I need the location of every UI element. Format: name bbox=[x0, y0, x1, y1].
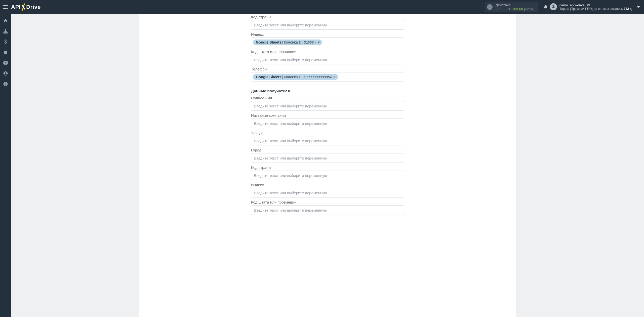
side-nav bbox=[0, 14, 11, 317]
actions-text: Действия: 22'111 из 100'000 (22%) bbox=[496, 3, 533, 11]
placeholder: Введите текст или выберите переменную bbox=[253, 121, 327, 126]
input-recipient-full-name[interactable]: Введите текст или выберите переменную bbox=[251, 101, 404, 111]
actions-of: из bbox=[506, 7, 511, 11]
actions-label: Действия: bbox=[496, 3, 533, 7]
label-sender-phone: Телефон bbox=[251, 67, 404, 71]
placeholder: Введите текст или выберите переменную bbox=[253, 173, 327, 178]
input-sender-country-code[interactable]: Введите текст или выберите переменную bbox=[251, 20, 404, 30]
input-sender-index[interactable]: Google Sheets | Колонка I: «01000» × bbox=[251, 37, 404, 47]
form-card: Код страны Введите текст или выберите пе… bbox=[139, 14, 516, 317]
svg-rect-2 bbox=[5, 32, 6, 33]
nav-youtube[interactable] bbox=[0, 58, 11, 68]
chip-source: Google Sheets bbox=[256, 40, 281, 44]
input-recipient-country-code[interactable]: Введите текст или выберите переменную bbox=[251, 171, 404, 180]
app-header: API Drive i Действия: 22'111 из 100'000 … bbox=[0, 0, 644, 14]
user-name: demo_apix-drive_s3 bbox=[559, 3, 633, 7]
bell-icon bbox=[543, 5, 548, 9]
nav-billing[interactable] bbox=[0, 36, 11, 47]
label-sender-country-code: Код страны bbox=[251, 15, 404, 19]
nav-briefcase[interactable] bbox=[0, 47, 11, 58]
placeholder: Введите текст или выберите переменную bbox=[253, 23, 327, 27]
chip-value: «380999999995» bbox=[304, 75, 332, 79]
placeholder: Введите текст или выберите переменную bbox=[253, 139, 327, 143]
notifications-button[interactable] bbox=[541, 3, 550, 11]
hamburger-icon bbox=[3, 5, 8, 9]
brand-logo[interactable]: API Drive bbox=[11, 4, 41, 10]
actions-limit: 100'000 bbox=[511, 7, 523, 11]
input-recipient-company[interactable]: Введите текст или выберите переменную bbox=[251, 118, 404, 128]
nav-connections[interactable] bbox=[0, 26, 11, 36]
label-sender-state: Код штата или провинции bbox=[251, 50, 404, 54]
svg-rect-3 bbox=[7, 32, 7, 33]
menu-button[interactable] bbox=[1, 3, 10, 11]
home-icon bbox=[3, 18, 8, 23]
placeholder: Введите текст или выберите переменную bbox=[253, 58, 327, 62]
help-icon bbox=[3, 82, 8, 87]
placeholder: Введите текст или выберите переменную bbox=[253, 208, 327, 212]
nav-home[interactable] bbox=[0, 15, 11, 26]
avatar bbox=[550, 3, 557, 10]
user-icon bbox=[551, 5, 556, 9]
placeholder: Введите текст или выберите переменную bbox=[253, 191, 327, 195]
chip-value: «01000» bbox=[302, 40, 316, 44]
briefcase-icon bbox=[3, 50, 8, 55]
input-recipient-state[interactable]: Введите текст или выберите переменную bbox=[251, 205, 404, 215]
placeholder: Введите текст или выберите переменную bbox=[253, 156, 327, 160]
logo-x-icon bbox=[20, 4, 27, 10]
chip-remove[interactable]: × bbox=[333, 75, 335, 79]
label-recipient-company: Название компании bbox=[251, 113, 404, 117]
input-sender-phone[interactable]: Google Sheets | Колонка D: «380999999995… bbox=[251, 72, 404, 82]
label-recipient-country-code: Код страны bbox=[251, 165, 404, 170]
chip-column: Колонка D: bbox=[284, 75, 302, 79]
actions-usage-box[interactable]: i Действия: 22'111 из 100'000 (22%) bbox=[485, 2, 538, 12]
svg-rect-0 bbox=[5, 29, 6, 30]
svg-rect-1 bbox=[4, 32, 5, 33]
chip-sender-phone: Google Sheets | Колонка D: «380999999995… bbox=[253, 74, 338, 80]
label-recipient-city: Город bbox=[251, 148, 404, 152]
label-sender-index: Индекс bbox=[251, 32, 404, 36]
youtube-icon bbox=[3, 61, 8, 65]
chip-source: Google Sheets bbox=[256, 75, 281, 79]
input-recipient-street[interactable]: Введите текст или выберите переменную bbox=[251, 136, 404, 145]
chip-remove[interactable]: × bbox=[318, 40, 320, 44]
nav-account[interactable] bbox=[0, 68, 11, 79]
chip-sender-index: Google Sheets | Колонка I: «01000» × bbox=[253, 39, 322, 45]
user-menu[interactable]: demo_apix-drive_s3 Тариф |Премиум PRO| д… bbox=[550, 3, 633, 11]
input-sender-state[interactable]: Введите текст или выберите переменную bbox=[251, 55, 404, 64]
info-icon: i bbox=[487, 4, 493, 10]
dollar-icon bbox=[4, 39, 7, 44]
placeholder: Введите текст или выберите переменную bbox=[253, 104, 327, 108]
label-recipient-state: Код штата или провинции bbox=[251, 200, 404, 204]
input-recipient-index[interactable]: Введите текст или выберите переменную bbox=[251, 188, 404, 197]
nav-help[interactable] bbox=[0, 79, 11, 89]
label-recipient-index: Индекс bbox=[251, 183, 404, 187]
actions-used: 22'111 bbox=[496, 7, 506, 11]
logo-text-drive: Drive bbox=[26, 4, 41, 10]
chevron-down-icon bbox=[637, 6, 640, 8]
chip-column: Колонка I: bbox=[284, 40, 301, 44]
content-area: Код страны Введите текст или выберите пе… bbox=[11, 14, 644, 317]
input-recipient-city[interactable]: Введите текст или выберите переменную bbox=[251, 153, 404, 163]
logo-text-api: API bbox=[11, 4, 21, 10]
sitemap-icon bbox=[3, 29, 8, 34]
section-recipient-title: Данные получателя bbox=[251, 89, 404, 93]
user-tariff: Тариф |Премиум PRO| до оплаты осталось 3… bbox=[559, 7, 633, 11]
label-recipient-street: Улица bbox=[251, 131, 404, 135]
user-circle-icon bbox=[3, 71, 8, 76]
label-recipient-full-name: Полное имя bbox=[251, 96, 404, 100]
user-text: demo_apix-drive_s3 Тариф |Премиум PRO| д… bbox=[559, 3, 633, 11]
user-menu-toggle[interactable] bbox=[633, 6, 641, 8]
actions-pct: (22%) bbox=[523, 7, 533, 11]
